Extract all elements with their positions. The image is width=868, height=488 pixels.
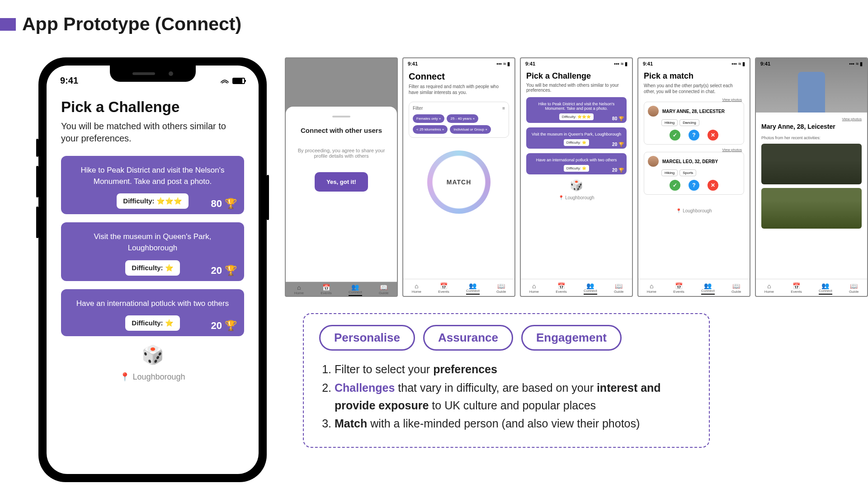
tab-home[interactable]: ⌂Home bbox=[764, 283, 774, 294]
tab-events[interactable]: 📅Events bbox=[791, 283, 802, 294]
tab-home[interactable]: ⌂Home bbox=[294, 284, 304, 295]
filter-box: Filter≡ Females only × 25 - 40 years × <… bbox=[409, 102, 509, 138]
screen-title: Pick a Challenge bbox=[61, 99, 244, 116]
tab-guide[interactable]: 📖Guide bbox=[614, 283, 623, 294]
photos-label: Photos from her recent activities: bbox=[761, 136, 862, 140]
activity-photo[interactable] bbox=[761, 144, 862, 184]
pin-icon: 📍 bbox=[120, 372, 130, 382]
screen-thumbnail-profile: 9:41••• ≈ ▮ View photos Mary Anne, 28, L… bbox=[755, 57, 868, 297]
pill-personalise: Personalise bbox=[319, 325, 415, 351]
phone-mockup-main: 9:41 Pick a Challenge You will be matche… bbox=[38, 57, 267, 482]
status-time: 9:41 bbox=[60, 75, 78, 86]
profile-name: Mary Anne, 28, Leicester bbox=[761, 123, 862, 130]
match-card: View photos MARCEL LEO, 32, DERBY Hiking… bbox=[644, 152, 744, 195]
match-card: View photos MARY ANNE, 28, LEICESTER Hik… bbox=[644, 102, 744, 145]
challenge-points: 20🏆 bbox=[211, 320, 237, 332]
wifi-icon bbox=[220, 78, 230, 84]
location-row: 📍 Loughborough bbox=[526, 195, 627, 200]
challenge-card[interactable]: Hike to Peak District and visit the Nels… bbox=[526, 97, 627, 123]
tab-connect[interactable]: 👥Connect bbox=[701, 282, 715, 295]
tab-home[interactable]: ⌂Home bbox=[412, 283, 421, 294]
activity-photo[interactable] bbox=[761, 188, 862, 229]
callout-bullet: Challenges that vary in difficulty, are … bbox=[335, 379, 693, 414]
tab-guide[interactable]: 📖Guide bbox=[849, 283, 859, 294]
filter-chip[interactable]: 25 - 40 years × bbox=[447, 114, 478, 123]
challenge-card[interactable]: Hike to Peak District and visit the Nels… bbox=[61, 156, 244, 214]
filter-chip[interactable]: Females only × bbox=[413, 114, 444, 123]
tab-guide[interactable]: 📖Guide bbox=[731, 283, 741, 294]
trophy-icon: 🏆 bbox=[225, 265, 237, 277]
calendar-icon: 📅 bbox=[321, 284, 331, 291]
tab-guide[interactable]: 📖Guide bbox=[496, 283, 506, 294]
view-photos-link[interactable]: View photos bbox=[722, 148, 742, 152]
challenge-text: Visit the museum in Queen's Park, Loughb… bbox=[69, 231, 236, 253]
tab-events[interactable]: 📅Events bbox=[556, 283, 566, 294]
drawer-title: Connect with other users bbox=[293, 127, 390, 134]
connect-icon: 👥 bbox=[349, 284, 362, 291]
filter-chip[interactable]: Individual or Group × bbox=[450, 125, 491, 134]
tab-bar: ⌂Home 📅Events 👥Connect 📖Guide bbox=[286, 282, 397, 296]
info-button[interactable]: ? bbox=[689, 180, 699, 191]
drawer-handle[interactable] bbox=[332, 116, 350, 117]
title-accent-bar bbox=[0, 18, 16, 31]
tab-bar: ⌂Home 📅Events 👥Connect 📖Guide bbox=[638, 279, 750, 296]
trophy-icon: 🏆 bbox=[225, 320, 237, 332]
tab-bar: ⌂Home 📅Events 👥Connect 📖Guide bbox=[403, 279, 514, 296]
screen-subtitle: You will be matched with others similar … bbox=[526, 83, 627, 93]
yes-got-it-button[interactable]: Yes, got it! bbox=[315, 172, 368, 192]
accept-button[interactable]: ✓ bbox=[670, 180, 680, 191]
challenge-card[interactable]: Have an international potluck with two o… bbox=[61, 289, 244, 337]
callout-bullet: Match with a like-minded person (and als… bbox=[335, 415, 693, 432]
tab-connect[interactable]: 👥Connect bbox=[584, 282, 597, 295]
screen-thumbnail-connect-filter: 9:41••• ≈ ▮ Connect Filter as required a… bbox=[402, 57, 515, 297]
tab-home[interactable]: ⌂Home bbox=[647, 283, 656, 294]
accept-button[interactable]: ✓ bbox=[670, 130, 680, 141]
tab-events[interactable]: 📅Events bbox=[673, 283, 684, 294]
match-button[interactable]: MATCH bbox=[427, 150, 491, 214]
trophy-icon: 🏆 bbox=[225, 198, 237, 210]
sliders-icon[interactable]: ≡ bbox=[502, 106, 505, 111]
tab-connect[interactable]: 👥Connect bbox=[819, 282, 832, 295]
dice-icon[interactable]: 🎲 bbox=[61, 344, 244, 366]
challenge-card[interactable]: Have an international potluck with two o… bbox=[526, 153, 627, 174]
view-photos-link[interactable]: View photos bbox=[722, 98, 742, 102]
tab-bar: ⌂Home 📅Events 👥Connect 📖Guide bbox=[756, 279, 867, 296]
challenge-card[interactable]: Visit the museum in Queen's Park, Loughb… bbox=[61, 222, 244, 281]
reject-button[interactable]: ✕ bbox=[708, 180, 718, 191]
view-photos-link[interactable]: View photos bbox=[842, 117, 862, 121]
screen-subtitle: You will be matched with others similar … bbox=[61, 120, 244, 145]
screen-title: Pick a match bbox=[644, 71, 744, 81]
dice-icon[interactable]: 🎲 bbox=[526, 179, 627, 192]
screen-title: Pick a Challenge bbox=[526, 71, 627, 81]
location-row: 📍Loughborough bbox=[61, 372, 244, 382]
location-row: 📍 Loughborough bbox=[644, 208, 744, 213]
tab-home[interactable]: ⌂Home bbox=[529, 283, 539, 294]
home-icon: ⌂ bbox=[294, 284, 304, 291]
pill-assurance: Assurance bbox=[423, 325, 513, 351]
tab-guide[interactable]: 📖Guide bbox=[379, 284, 388, 295]
tab-connect[interactable]: 👥Connect bbox=[466, 282, 480, 295]
book-icon: 📖 bbox=[379, 284, 388, 291]
reject-button[interactable]: ✕ bbox=[708, 130, 718, 141]
filter-chip[interactable]: < 25 kilometres × bbox=[413, 125, 448, 134]
callout-bullet: Filter to select your preferences bbox=[335, 361, 693, 378]
battery-icon bbox=[232, 78, 245, 84]
tab-events[interactable]: 📅Events bbox=[438, 283, 449, 294]
screen-title: Connect bbox=[409, 71, 509, 82]
screen-thumbnail-pick-challenge: 9:41••• ≈ ▮ Pick a Challenge You will be… bbox=[520, 57, 633, 297]
callout-box: Personalise Assurance Engagement Filter … bbox=[303, 313, 710, 448]
avatar bbox=[648, 156, 659, 167]
screen-thumbnail-pick-match: 9:41••• ≈ ▮ Pick a match When you and th… bbox=[637, 57, 750, 297]
slide-title: App Prototype (Connect) bbox=[22, 14, 241, 35]
drawer-body: By proceeding, you agree to share your p… bbox=[293, 148, 390, 159]
challenge-points: 20🏆 bbox=[211, 265, 237, 277]
tab-connect[interactable]: 👥Connect bbox=[349, 284, 362, 296]
screen-thumbnail-connect-drawer: Connect with other users By proceeding, … bbox=[285, 57, 398, 297]
screen-subtitle: When you and the other party(s) select e… bbox=[644, 83, 744, 94]
tab-events[interactable]: 📅Events bbox=[321, 284, 331, 295]
challenge-card[interactable]: Visit the museum in Queen's Park, Loughb… bbox=[526, 127, 627, 149]
difficulty-pill: Difficulty: ⭐⭐⭐ bbox=[117, 193, 188, 209]
challenge-text: Have an international potluck with two o… bbox=[69, 298, 236, 310]
challenge-points: 80🏆 bbox=[211, 198, 237, 210]
info-button[interactable]: ? bbox=[689, 130, 699, 141]
